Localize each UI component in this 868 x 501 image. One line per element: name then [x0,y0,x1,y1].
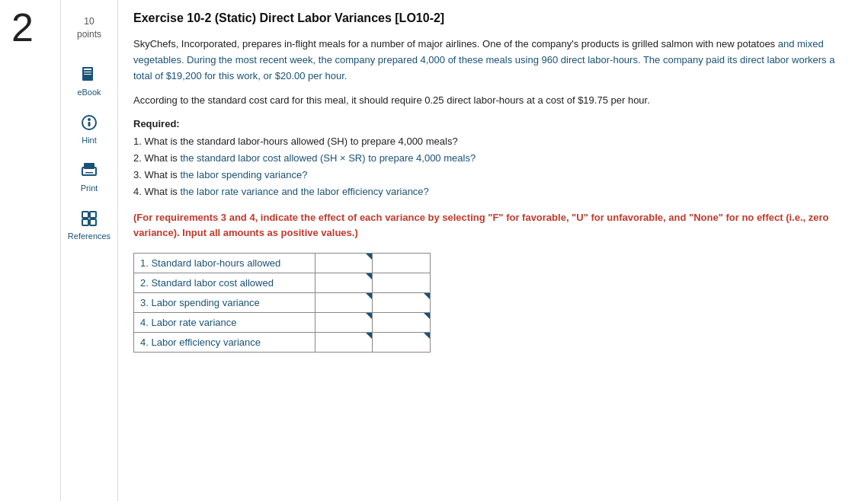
references-icon [78,208,100,229]
sidebar-item-references[interactable]: References [68,208,111,241]
row3-indicator [366,293,372,299]
row4-value-input[interactable] [322,317,367,328]
row5-value-cell[interactable] [315,333,373,353]
row2-value-cell[interactable] [315,273,373,293]
svg-rect-6 [88,122,91,126]
row4-effect-cell[interactable] [373,313,431,333]
row2-label: 2. Standard labor cost allowed [134,273,315,293]
svg-rect-11 [82,212,88,218]
required-title: Required: [133,118,845,129]
print-icon [78,160,100,181]
row5-value-input[interactable] [322,337,367,348]
table-row: 3. Labor spending variance [134,293,431,313]
description-part2: According to the standard cost card for … [133,93,845,109]
row5-effect-indicator [424,333,430,339]
sidebar-item-ebook[interactable]: eBook [77,64,101,97]
row5-label: 4. Labor efficiency variance [134,333,315,353]
row4-label: 4. Labor rate variance [134,313,315,333]
sidebar-item-hint[interactable]: Hint [78,112,100,145]
row4-value-cell[interactable] [315,313,373,333]
row1-value-input[interactable] [322,257,367,269]
svg-rect-2 [84,72,91,72]
hint-icon [78,112,100,133]
row5-effect-cell[interactable] [373,333,431,353]
print-label: Print [81,183,98,193]
references-label: References [68,231,111,241]
svg-rect-3 [84,74,91,75]
row3-effect-indicator [424,293,430,299]
row2-effect-cell[interactable] [373,273,431,293]
hint-label: Hint [82,136,97,145]
svg-rect-9 [85,172,93,174]
row1-effect-cell[interactable] [373,254,431,273]
row2-indicator [366,273,372,279]
row4-effect-indicator [424,313,430,319]
description-part1: SkyChefs, Incorporated, prepares in-flig… [133,37,845,84]
row5-indicator [366,333,372,339]
exercise-title: Exercise 10-2 (Static) Direct Labor Vari… [133,11,845,25]
table-row: 4. Labor efficiency variance [134,333,431,353]
row2-effect-input[interactable] [379,277,424,289]
row3-value-input[interactable] [322,297,367,308]
row1-indicator [366,254,372,260]
row2-value-input[interactable] [322,277,367,289]
row3-value-cell[interactable] [315,293,373,313]
ebook-label: eBook [77,88,101,97]
row3-label: 3. Labor spending variance [134,293,315,313]
question-number: 2 [11,8,49,47]
points-display: 10points [73,8,105,49]
sidebar-item-print[interactable]: Print [78,160,100,193]
svg-rect-12 [82,219,88,225]
row4-indicator [366,313,372,319]
svg-rect-14 [90,219,96,225]
row1-effect-input[interactable] [379,257,424,269]
svg-rect-1 [84,69,91,70]
answer-table: 1. Standard labor-hours allowed 2. Stand… [133,253,431,353]
svg-point-5 [88,118,91,121]
row5-effect-input[interactable] [379,337,424,348]
row3-effect-input[interactable] [379,297,424,308]
row4-effect-input[interactable] [379,317,424,328]
svg-rect-10 [85,174,93,176]
table-row: 4. Labor rate variance [134,313,431,333]
row1-value-cell[interactable] [315,254,373,273]
svg-rect-13 [90,212,96,218]
required-list: 1. What is the standard labor-hours allo… [133,133,845,200]
row1-label: 1. Standard labor-hours allowed [134,254,315,273]
table-row: 2. Standard labor cost allowed [134,273,431,293]
table-row: 1. Standard labor-hours allowed [134,254,431,273]
requirements-note: (For requirements 3 and 4, indicate the … [133,210,845,242]
row3-effect-cell[interactable] [373,293,431,313]
ebook-icon [78,64,100,85]
